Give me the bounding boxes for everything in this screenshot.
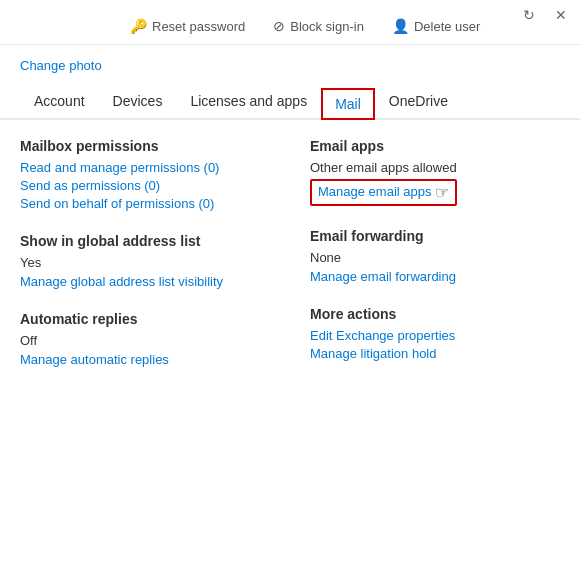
- reset-password-icon: 🔑: [130, 18, 147, 34]
- send-as-link[interactable]: Send as permissions (0): [20, 178, 270, 193]
- cursor-icon: ☞: [435, 183, 449, 202]
- tab-onedrive[interactable]: OneDrive: [375, 85, 462, 120]
- right-column: Email appsOther email apps allowedManage…: [300, 138, 560, 389]
- change-photo-section: Change photo: [0, 45, 580, 81]
- section-mailbox-permissions: Mailbox permissionsRead and manage permi…: [20, 138, 270, 211]
- delete-user-label: Delete user: [414, 19, 480, 34]
- delete-user-button[interactable]: 👤Delete user: [392, 18, 480, 34]
- section-more-actions: More actionsEdit Exchange propertiesMana…: [310, 306, 560, 361]
- manage-forwarding-link[interactable]: Manage email forwarding: [310, 269, 560, 284]
- section-value-automatic-replies: Off: [20, 333, 270, 348]
- section-title-automatic-replies: Automatic replies: [20, 311, 270, 327]
- manage-visibility-link[interactable]: Manage global address list visibility: [20, 274, 270, 289]
- manage-auto-replies-link[interactable]: Manage automatic replies: [20, 352, 270, 367]
- section-global-address: Show in global address listYesManage glo…: [20, 233, 270, 289]
- read-manage-link[interactable]: Read and manage permissions (0): [20, 160, 270, 175]
- delete-user-icon: 👤: [392, 18, 409, 34]
- block-signin-icon: ⊘: [273, 18, 285, 34]
- send-behalf-link[interactable]: Send on behalf of permissions (0): [20, 196, 270, 211]
- tab-devices[interactable]: Devices: [99, 85, 177, 120]
- close-button[interactable]: ✕: [552, 6, 570, 24]
- manage-email-apps-highlighted-wrapper: Manage email apps☞: [310, 179, 457, 206]
- refresh-icon: ↻: [523, 7, 535, 23]
- section-email-apps: Email appsOther email apps allowedManage…: [310, 138, 560, 206]
- section-title-mailbox-permissions: Mailbox permissions: [20, 138, 270, 154]
- block-signin-label: Block sign-in: [290, 19, 364, 34]
- section-value-global-address: Yes: [20, 255, 270, 270]
- tab-account[interactable]: Account: [20, 85, 99, 120]
- window-controls: ↻ ✕: [520, 6, 570, 24]
- refresh-button[interactable]: ↻: [520, 6, 538, 24]
- section-email-forwarding: Email forwardingNoneManage email forward…: [310, 228, 560, 284]
- reset-password-button[interactable]: 🔑Reset password: [130, 18, 245, 34]
- edit-exchange-link[interactable]: Edit Exchange properties: [310, 328, 560, 343]
- tab-licenses-apps[interactable]: Licenses and apps: [176, 85, 321, 120]
- manage-litigation-link[interactable]: Manage litigation hold: [310, 346, 560, 361]
- block-signin-button[interactable]: ⊘Block sign-in: [273, 18, 364, 34]
- reset-password-label: Reset password: [152, 19, 245, 34]
- section-value-email-apps: Other email apps allowed: [310, 160, 560, 175]
- section-automatic-replies: Automatic repliesOffManage automatic rep…: [20, 311, 270, 367]
- manage-email-apps-link[interactable]: Manage email apps: [318, 184, 431, 199]
- section-title-more-actions: More actions: [310, 306, 560, 322]
- change-photo-link[interactable]: Change photo: [20, 58, 102, 73]
- close-icon: ✕: [555, 7, 567, 23]
- tabs: AccountDevicesLicenses and appsMailOneDr…: [0, 81, 580, 120]
- toolbar: 🔑Reset password⊘Block sign-in👤Delete use…: [0, 0, 580, 45]
- section-value-email-forwarding: None: [310, 250, 560, 265]
- section-title-email-forwarding: Email forwarding: [310, 228, 560, 244]
- left-column: Mailbox permissionsRead and manage permi…: [20, 138, 300, 389]
- main-content: Mailbox permissionsRead and manage permi…: [0, 120, 580, 407]
- section-title-email-apps: Email apps: [310, 138, 560, 154]
- tab-mail[interactable]: Mail: [321, 88, 375, 120]
- section-title-global-address: Show in global address list: [20, 233, 270, 249]
